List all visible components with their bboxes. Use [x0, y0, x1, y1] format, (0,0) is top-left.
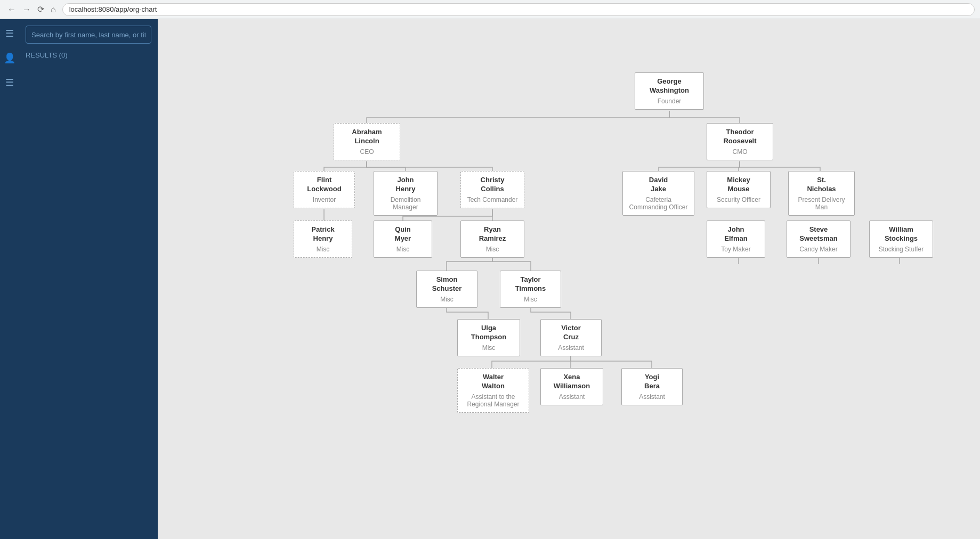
node-yogi-bera[interactable]: YogiBera Assistant — [621, 368, 683, 405]
forward-icon[interactable]: → — [20, 3, 33, 17]
browser-navigation[interactable]: ← → ⟳ ⌂ — [5, 2, 58, 17]
node-christy-collins[interactable]: ChristyCollins Tech Commander — [460, 171, 524, 208]
node-simon-schuster[interactable]: SimonSchuster Misc — [416, 271, 477, 308]
node-john-elfman[interactable]: JohnElfman Toy Maker — [707, 220, 765, 258]
node-victor-cruz[interactable]: VictorCruz Assistant — [540, 319, 602, 356]
node-taylor-timmons[interactable]: TaylorTimmons Misc — [500, 271, 561, 308]
node-abraham-lincoln[interactable]: AbrahamLincoln CEO — [334, 123, 400, 160]
node-steve-sweetsman[interactable]: SteveSweetsman Candy Maker — [787, 220, 851, 258]
back-icon[interactable]: ← — [5, 3, 18, 17]
node-william-stockings[interactable]: WilliamStockings Stocking Stuffer — [869, 220, 933, 258]
url-text: localhost:8080/app/org-chart — [69, 5, 157, 13]
node-john-henry[interactable]: JohnHenry Demolition Manager — [374, 171, 438, 216]
sidebar: RESULTS (0) — [19, 19, 158, 539]
people-icon[interactable]: 👤 — [2, 50, 18, 66]
home-icon[interactable]: ⌂ — [48, 3, 58, 17]
node-theodor-roosevelt[interactable]: TheodorRoosevelt CMO — [707, 123, 773, 160]
node-quin-myer[interactable]: QuinMyer Misc — [374, 220, 432, 258]
node-walter-walton[interactable]: WalterWalton Assistant to the Regional M… — [457, 368, 529, 413]
address-bar[interactable]: localhost:8080/app/org-chart — [62, 3, 975, 16]
org-chart-area[interactable]: GeorgeWashington Founder AbrahamLincoln … — [158, 19, 980, 539]
search-input[interactable] — [26, 26, 151, 44]
results-label: RESULTS (0) — [26, 49, 151, 61]
node-george-washington[interactable]: GeorgeWashington Founder — [635, 72, 704, 110]
browser-chrome: ← → ⟳ ⌂ localhost:8080/app/org-chart — [0, 0, 980, 19]
refresh-icon[interactable]: ⟳ — [35, 2, 46, 17]
connector-lines — [168, 30, 968, 509]
menu-icon[interactable]: ☰ — [3, 26, 16, 42]
node-patrick-henry[interactable]: PatrickHenry Misc — [294, 220, 352, 258]
icon-navigation: ☰ 👤 ☰ — [0, 19, 19, 539]
node-ulga-thompson[interactable]: UlgaThompson Misc — [457, 319, 520, 356]
node-xena-williamson[interactable]: XenaWilliamson Assistant — [540, 368, 603, 405]
node-st-nicholas[interactable]: St.Nicholas Present Delivery Man — [788, 171, 855, 216]
node-david-jake[interactable]: DavidJake Cafeteria Commanding Officer — [622, 171, 694, 216]
node-flint-lockwood[interactable]: FlintLockwood Inventor — [294, 171, 355, 208]
list-icon[interactable]: ☰ — [3, 75, 16, 91]
org-chart: GeorgeWashington Founder AbrahamLincoln … — [168, 30, 914, 456]
node-ryan-ramirez[interactable]: RyanRamirez Misc — [460, 220, 524, 258]
node-mickey-mouse[interactable]: MickeyMouse Security Officer — [707, 171, 771, 208]
